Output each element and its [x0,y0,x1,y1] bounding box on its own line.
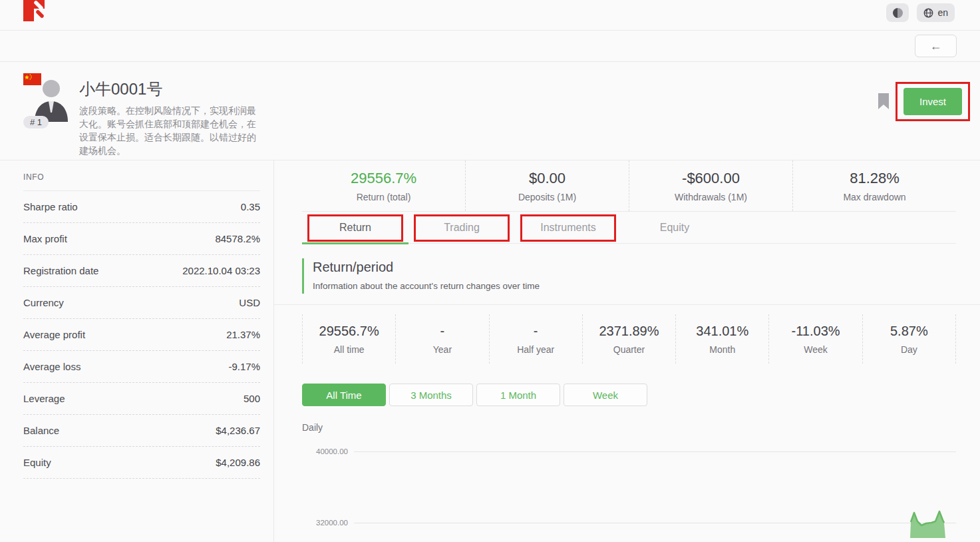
range-button-3-months[interactable]: 3 Months [389,384,473,406]
stat-withdrawals: -$600.00 Withdrawals (1M) [629,160,792,211]
account-title: 小牛0001号 [79,79,264,100]
range-button-1-month[interactable]: 1 Month [476,384,560,406]
chart-range-buttons: All Time 3 Months 1 Month Week [302,384,956,406]
info-row-equity: Equity $4,209.86 [23,447,260,479]
annotation-box-invest: Invest [896,82,970,121]
rank-badge: # 1 [23,116,49,129]
stat-max-drawdown: 81.28% Max drawdown [792,160,956,211]
avatar-block: # 1 [23,73,67,131]
period-quarter: 2371.89% Quarter [582,314,675,364]
main-content: 29556.7% Return (total) $0.00 Deposits (… [274,160,980,542]
theme-half-circle-icon [893,8,903,18]
return-chart[interactable]: 40000.00 32000.00 [302,441,956,538]
trader-profile-section: # 1 小牛0001号 波段策略。在控制风险情况下，实现利润最大化。账号会抓住底… [0,62,980,160]
period-returns-row: 29556.7% All time - Year - Half year 237… [302,314,956,364]
info-sidebar: INFO Sharpe ratio 0.35 Max profit 84578.… [0,160,274,542]
range-button-all-time[interactable]: All Time [302,384,386,406]
tab-equity[interactable]: Equity [621,212,728,243]
back-arrow-icon: ← [930,39,942,53]
stat-deposits: $0.00 Deposits (1M) [465,160,629,211]
info-row-balance: Balance $4,236.67 [23,415,260,447]
section-divider [274,304,980,305]
language-label: en [937,7,948,18]
info-heading: INFO [23,160,260,191]
info-row-currency: Currency USD [23,287,260,319]
tab-trading[interactable]: Trading [408,212,515,243]
bookmark-icon[interactable] [877,93,890,111]
theme-toggle-button[interactable] [886,3,909,22]
chart-mode-label: Daily [302,422,980,433]
info-row-average-loss: Average loss -9.17% [23,351,260,383]
back-button[interactable]: ← [915,35,957,57]
stat-return-total: 29556.7% Return (total) [302,160,465,211]
app-header: en [0,0,980,31]
sub-toolbar: ← [0,31,980,62]
tabs-row: Return Trading Instruments Equity [302,212,956,244]
period-half-year: - Half year [489,314,582,364]
info-row-registration-date: Registration date 2022.10.04 03:23 [23,255,260,287]
section-title: Return/period [313,260,956,275]
section-subtitle: Information about the account's return c… [313,281,956,291]
language-button[interactable]: en [917,3,955,22]
period-month: 341.01% Month [675,314,768,364]
info-row-max-profit: Max profit 84578.2% [23,223,260,255]
active-tab-underline [302,242,408,244]
info-row-average-profit: Average profit 21.37% [23,319,260,351]
range-button-week[interactable]: Week [564,384,647,406]
tab-return[interactable]: Return [302,212,408,243]
profile-text: 小牛0001号 波段策略。在控制风险情况下，实现利润最大化。账号会抓住底部和顶部… [79,73,264,160]
period-day: 5.87% Day [862,314,956,364]
tab-instruments[interactable]: Instruments [515,212,621,243]
profile-actions: Invest [877,82,970,121]
info-row-leverage: Leverage 500 [23,383,260,415]
invest-button[interactable]: Invest [903,88,962,115]
summary-stats-row: 29556.7% Return (total) $0.00 Deposits (… [302,160,956,212]
info-row-sharpe-ratio: Sharpe ratio 0.35 [23,191,260,223]
account-description: 波段策略。在控制风险情况下，实现利润最大化。账号会抓住底部和顶部建仓机会，在设置… [79,105,264,158]
roboforex-logo-icon[interactable] [23,0,45,29]
return-period-header: Return/period Information about the acco… [302,258,956,294]
globe-icon [923,8,933,18]
period-week: -11.03% Week [768,314,862,364]
equity-area-chart [360,441,956,538]
period-all-time: 29556.7% All time [302,314,395,364]
period-year: - Year [395,314,488,364]
